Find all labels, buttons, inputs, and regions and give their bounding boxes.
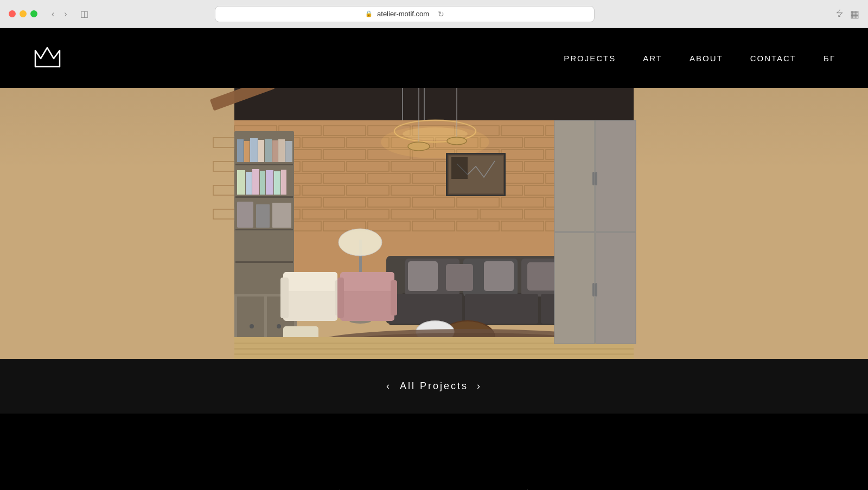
site-header: PROJECTS ART ABOUT CONTACT БГ — [0, 28, 868, 88]
svg-rect-92 — [244, 141, 250, 162]
svg-rect-90 — [235, 261, 293, 263]
minimize-dot[interactable] — [20, 10, 27, 17]
prev-chevron[interactable]: ‹ — [386, 381, 391, 392]
svg-rect-93 — [250, 138, 258, 162]
tabs-button[interactable]: ▦ — [850, 8, 859, 20]
nav-language[interactable]: БГ — [824, 54, 835, 63]
svg-point-113 — [277, 324, 281, 328]
nav-contact[interactable]: CONTACT — [750, 54, 796, 63]
svg-rect-171 — [596, 233, 636, 344]
svg-point-112 — [250, 324, 254, 328]
svg-rect-107 — [256, 204, 270, 228]
site-logo[interactable] — [33, 42, 62, 74]
svg-rect-102 — [260, 171, 265, 195]
svg-rect-98 — [285, 141, 292, 162]
svg-rect-165 — [234, 348, 634, 350]
browser-traffic-lights — [9, 10, 37, 17]
svg-rect-154 — [337, 278, 344, 318]
address-bar[interactable]: 🔒 atelier-motif.com ↻ — [215, 6, 595, 22]
maximize-dot[interactable] — [30, 10, 37, 17]
svg-rect-174 — [592, 283, 595, 296]
svg-rect-106 — [237, 202, 253, 228]
dark-spacer — [0, 414, 868, 468]
svg-rect-140 — [465, 294, 538, 324]
svg-rect-127 — [451, 157, 468, 179]
svg-rect-155 — [391, 280, 397, 315]
svg-rect-108 — [272, 203, 291, 228]
svg-point-129 — [339, 229, 382, 256]
forward-button[interactable]: › — [61, 8, 70, 20]
share-button[interactable]: ⭍ — [835, 8, 845, 20]
hero-area — [0, 88, 868, 359]
lock-icon: 🔒 — [365, 10, 373, 17]
svg-rect-144 — [484, 261, 514, 291]
svg-rect-142 — [408, 261, 438, 291]
svg-rect-175 — [595, 283, 597, 296]
browser-chrome: ‹ › ◫ 🔒 atelier-motif.com ↻ ⭍ ▦ — [0, 0, 868, 28]
svg-rect-95 — [265, 139, 272, 162]
logo-svg — [33, 42, 62, 72]
svg-rect-103 — [266, 170, 273, 195]
svg-rect-148 — [283, 272, 337, 291]
svg-rect-145 — [527, 262, 557, 291]
all-projects-link[interactable]: ‹ All Projects › — [386, 381, 482, 392]
close-dot[interactable] — [9, 10, 16, 17]
svg-rect-99 — [237, 170, 245, 195]
svg-rect-149 — [280, 278, 289, 318]
all-projects-label: All Projects — [400, 381, 468, 392]
svg-rect-100 — [246, 172, 252, 195]
svg-rect-97 — [278, 139, 285, 162]
svg-rect-105 — [281, 170, 286, 195]
svg-rect-172 — [592, 172, 595, 185]
website: PROJECTS ART ABOUT CONTACT БГ — [0, 28, 868, 490]
svg-rect-94 — [258, 140, 264, 162]
svg-rect-173 — [595, 172, 597, 185]
svg-rect-87 — [235, 164, 293, 165]
sidebar-button[interactable]: ◫ — [77, 8, 92, 20]
svg-rect-166 — [234, 353, 634, 355]
svg-rect-89 — [235, 229, 293, 230]
footer: Links Contact Follow us — [0, 468, 868, 490]
nav-art[interactable]: ART — [643, 54, 662, 63]
svg-rect-88 — [235, 196, 293, 198]
url-text: atelier-motif.com — [377, 10, 429, 18]
svg-rect-169 — [596, 120, 636, 231]
site-nav: PROJECTS ART ABOUT CONTACT БГ — [564, 54, 835, 63]
svg-rect-170 — [554, 233, 595, 344]
reload-button[interactable]: ↻ — [438, 10, 444, 18]
next-chevron[interactable]: › — [477, 381, 482, 392]
back-button[interactable]: ‹ — [48, 8, 58, 20]
svg-rect-104 — [274, 171, 280, 195]
svg-rect-96 — [272, 140, 278, 162]
left-room-svg — [0, 88, 868, 359]
svg-rect-168 — [554, 120, 595, 231]
hero-left-image — [0, 88, 868, 359]
svg-rect-101 — [252, 169, 259, 195]
svg-rect-153 — [340, 272, 394, 291]
all-projects-section: ‹ All Projects › — [0, 359, 868, 414]
svg-rect-91 — [237, 139, 244, 162]
nav-projects[interactable]: PROJECTS — [564, 54, 616, 63]
browser-nav: ‹ › — [48, 8, 71, 20]
svg-rect-139 — [389, 294, 462, 324]
svg-rect-143 — [446, 264, 473, 291]
nav-about[interactable]: ABOUT — [690, 54, 723, 63]
browser-actions: ⭍ ▦ — [835, 8, 859, 20]
